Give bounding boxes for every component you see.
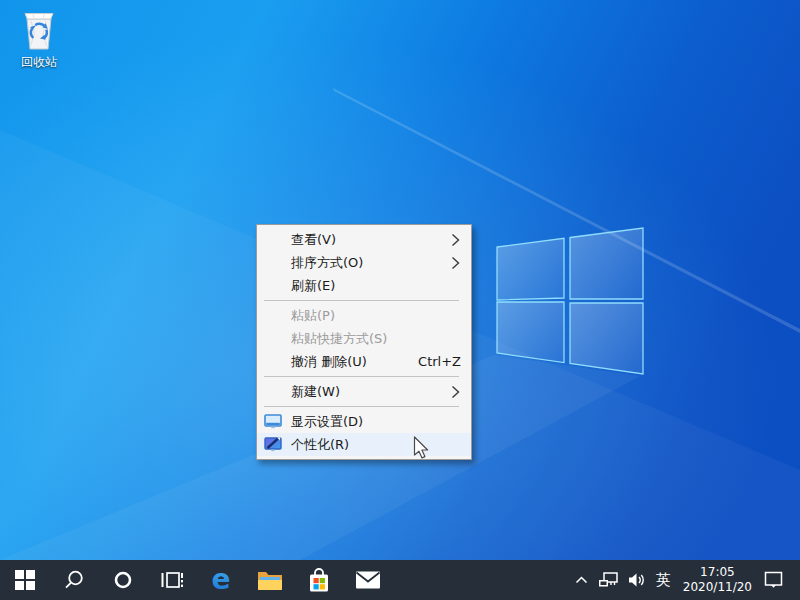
- menu-item-label: 刷新(E): [291, 277, 335, 295]
- search-button[interactable]: [49, 560, 98, 600]
- mail-button[interactable]: [343, 560, 392, 600]
- menu-item-label: 排序方式(O): [291, 254, 363, 272]
- menu-icon-gutter: [263, 384, 283, 400]
- submenu-arrow-icon: [451, 233, 460, 247]
- menu-icon-gutter: [263, 354, 283, 370]
- desktop-context-menu: 查看(V) 排序方式(O) 刷新(E) 粘贴(P) 粘贴快捷方式(S): [256, 224, 472, 460]
- file-explorer-button[interactable]: [245, 560, 294, 600]
- file-explorer-icon: [257, 569, 283, 591]
- ime-indicator[interactable]: 英: [651, 560, 676, 600]
- recycle-bin-shortcut[interactable]: 回收站: [10, 8, 68, 71]
- mouse-cursor: [413, 436, 431, 462]
- volume-button[interactable]: [623, 560, 651, 600]
- start-icon: [15, 570, 35, 590]
- action-center-button[interactable]: [759, 560, 788, 600]
- cortana-icon: [113, 570, 133, 590]
- clock-time: 17:05: [683, 565, 752, 580]
- menu-item-label: 个性化(R): [291, 436, 349, 454]
- menu-item-label: 粘贴(P): [291, 307, 335, 325]
- chevron-up-icon: [575, 576, 588, 584]
- menu-icon-gutter: [263, 331, 283, 347]
- task-view-icon: [160, 569, 184, 591]
- menu-separator: [264, 376, 459, 377]
- recycle-bin-label: 回收站: [21, 54, 57, 71]
- desktop[interactable]: 回收站 查看(V) 排序方式(O) 刷新(E) 粘贴(P): [0, 0, 800, 600]
- cortana-button[interactable]: [98, 560, 147, 600]
- recycle-bin-icon: [19, 8, 59, 52]
- menu-separator: [264, 406, 459, 407]
- network-icon: [598, 572, 618, 588]
- edge-icon: e: [207, 566, 235, 594]
- menu-icon-gutter: [263, 308, 283, 324]
- menu-icon-gutter: [263, 278, 283, 294]
- menu-item-display-settings[interactable]: 显示设置(D): [257, 410, 471, 433]
- menu-icon-gutter: [263, 255, 283, 271]
- personalization-icon: [263, 437, 283, 453]
- network-button[interactable]: [593, 560, 623, 600]
- tray-overflow-button[interactable]: [570, 560, 593, 600]
- mail-icon: [355, 570, 381, 590]
- action-center-icon: [764, 571, 783, 589]
- system-tray: 英 17:05 2020/11/20: [570, 560, 800, 600]
- menu-item-view[interactable]: 查看(V): [257, 228, 471, 251]
- menu-item-label: 显示设置(D): [291, 413, 363, 431]
- edge-button[interactable]: e: [196, 560, 245, 600]
- search-icon: [63, 569, 85, 591]
- taskbar: e: [0, 560, 800, 600]
- menu-item-paste: 粘贴(P): [257, 304, 471, 327]
- menu-item-personalize[interactable]: 个性化(R): [257, 433, 471, 456]
- menu-item-undo-delete[interactable]: 撤消 删除(U) Ctrl+Z: [257, 350, 471, 373]
- clock[interactable]: 17:05 2020/11/20: [676, 565, 759, 595]
- menu-item-sort-by[interactable]: 排序方式(O): [257, 251, 471, 274]
- submenu-arrow-icon: [451, 256, 460, 270]
- svg-text:e: e: [211, 566, 230, 594]
- menu-separator: [264, 300, 459, 301]
- menu-item-refresh[interactable]: 刷新(E): [257, 274, 471, 297]
- menu-item-paste-shortcut: 粘贴快捷方式(S): [257, 327, 471, 350]
- menu-item-label: 粘贴快捷方式(S): [291, 330, 387, 348]
- store-icon: [307, 567, 331, 593]
- volume-icon: [628, 572, 646, 588]
- submenu-arrow-icon: [451, 385, 460, 399]
- menu-item-new[interactable]: 新建(W): [257, 380, 471, 403]
- start-button[interactable]: [0, 560, 49, 600]
- menu-item-shortcut: Ctrl+Z: [418, 354, 461, 369]
- task-view-button[interactable]: [147, 560, 196, 600]
- menu-item-label: 查看(V): [291, 231, 336, 249]
- clock-date: 2020/11/20: [683, 580, 752, 595]
- menu-item-label: 撤消 删除(U): [291, 353, 367, 371]
- store-button[interactable]: [294, 560, 343, 600]
- menu-item-label: 新建(W): [291, 383, 340, 401]
- display-settings-icon: [263, 414, 283, 430]
- menu-icon-gutter: [263, 232, 283, 248]
- taskbar-buttons: e: [0, 560, 392, 600]
- ime-label: 英: [656, 571, 671, 590]
